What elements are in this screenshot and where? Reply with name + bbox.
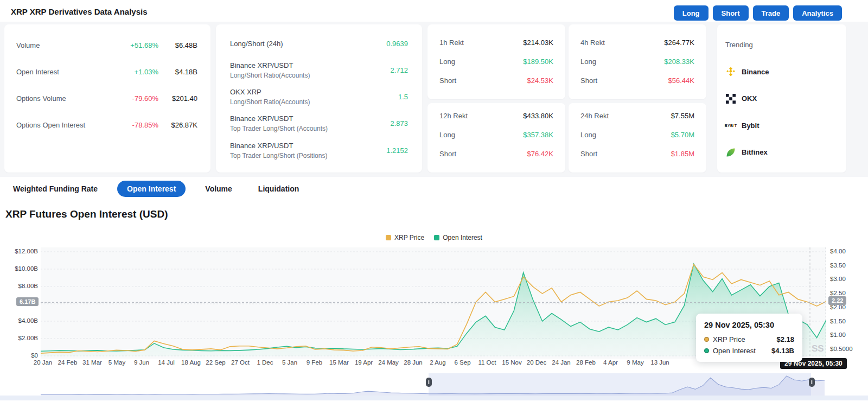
right-axis-current-badge: 2.22 — [828, 296, 846, 305]
exchange-name: Bitfinex — [742, 148, 768, 156]
ratio-row: OKX XRPLong/Short Ratio(Accounts)1.5 — [230, 88, 408, 106]
rekt-value: $1.85M — [671, 150, 694, 158]
rekt-value: $24.53K — [527, 76, 553, 85]
rekt-value: $357.38K — [523, 131, 553, 139]
stat-label: Options Volume — [16, 94, 115, 103]
stat-change: +51.68% — [115, 41, 158, 49]
tooltip-series-label: XRP Price — [713, 335, 745, 343]
trending-item-bitfinex[interactable]: Bitfinex — [725, 146, 768, 159]
exchange-name: OKX — [742, 94, 757, 103]
stat-row: Volume+51.68%$6.48B — [16, 40, 197, 50]
stat-label: Open Interest — [16, 68, 115, 76]
rekt-card-12h: 12h Rekt$433.80KLong$357.38KShort$76.42K — [427, 103, 565, 173]
tab-weighted-funding-rate[interactable]: Weighted Funding Rate — [7, 181, 104, 197]
rekt-value: $214.03K — [523, 39, 553, 47]
legend-swatch — [386, 235, 391, 240]
bitfinex-icon — [725, 147, 736, 158]
right-axis-tick: $0.5000 — [830, 346, 853, 352]
rekt-value: $433.80K — [523, 112, 553, 120]
legend-label: Open Interest — [443, 234, 482, 241]
ratio-sublabel: Top Trader Long/Short (Accounts) — [230, 125, 390, 132]
right-axis-tick: $1.50 — [830, 318, 846, 324]
ratio-sublabel: Top Trader Long/Short (Positions) — [230, 152, 386, 160]
rekt-card-1h: 1h Rekt$214.03KLong$189.50KShort$24.53K — [427, 24, 565, 99]
stat-value: $6.48B — [158, 41, 197, 49]
left-axis-tick: $4.00B — [9, 317, 38, 324]
rekt-short-row: Short$76.42K — [439, 149, 553, 158]
navigator-right-handle-icon[interactable] — [809, 378, 815, 387]
ratio-sublabel: Long/Short Ratio(Accounts) — [230, 98, 398, 106]
okx-icon — [725, 93, 736, 104]
navigator-left-handle-icon[interactable] — [426, 378, 432, 387]
right-axis-tick: $4.00 — [830, 248, 846, 254]
binance-icon — [725, 66, 736, 77]
ratio-labels: Binance XRP/USDTTop Trader Long/Short (P… — [230, 142, 386, 160]
trending-item-bybit[interactable]: BYBITBybit — [725, 119, 760, 132]
legend-label: XRP Price — [394, 234, 424, 241]
rekt-label: 12h Rekt — [439, 112, 468, 120]
stat-value: $201.40 — [158, 94, 197, 103]
tooltip-series-label: Open Interest — [713, 347, 756, 355]
ratio-row: Long/Short (24h)0.9639 — [230, 40, 408, 48]
rekt-short-row: Short$56.44K — [580, 75, 694, 85]
legend-item-open-interest[interactable]: Open Interest — [434, 234, 482, 241]
bybit-icon: BYBIT — [725, 120, 736, 131]
tooltip-row: Open Interest$4.13B — [704, 347, 794, 355]
left-axis-tick: $10.00B — [9, 265, 38, 272]
ratio-sublabel: Long/Short Ratio(Accounts) — [230, 72, 390, 79]
header-button-analytics[interactable]: Analytics — [793, 5, 842, 21]
stat-value: $4.18B — [158, 68, 197, 76]
tab-volume[interactable]: Volume — [199, 181, 239, 197]
right-axis-tick: $3.00 — [830, 276, 846, 282]
ratio-label: OKX XRP — [230, 88, 398, 96]
rekt-card-4h: 4h Rekt$264.77KLong$208.33KShort$56.44K — [569, 24, 706, 99]
series-dot — [704, 337, 709, 342]
header-button-long[interactable]: Long — [674, 5, 709, 21]
exchange-name: Bybit — [742, 122, 760, 130]
tab-open-interest[interactable]: Open Interest — [117, 181, 186, 197]
rekt-long-row: Long$357.38K — [439, 130, 553, 139]
chart-range-navigator[interactable] — [41, 373, 825, 396]
legend-item-xrp-price[interactable]: XRP Price — [386, 234, 424, 241]
tooltip-series-value: $2.18 — [776, 335, 794, 343]
rekt-value: $189.50K — [523, 58, 553, 66]
ratio-labels: Long/Short (24h) — [230, 40, 386, 48]
ratio-labels: OKX XRPLong/Short Ratio(Accounts) — [230, 88, 398, 106]
rekt-value: $56.44K — [668, 76, 694, 85]
navigator-track[interactable] — [0, 396, 868, 400]
trending-item-okx[interactable]: OKX — [725, 92, 757, 105]
left-axis-tick: $8.00B — [9, 283, 38, 289]
rekt-card-24h: 24h Rekt$7.55MLong$5.70MShort$1.85M — [569, 103, 706, 173]
ratio-row: Binance XRP/USDTLong/Short Ratio(Account… — [230, 61, 408, 79]
stat-value: $26.87K — [158, 121, 197, 129]
ratio-label: Binance XRP/USDT — [230, 114, 390, 123]
ratio-label: Long/Short (24h) — [230, 40, 386, 48]
ratio-value: 1.5 — [398, 93, 408, 101]
tooltip-row: XRP Price$2.18 — [704, 335, 794, 343]
rekt-value: $264.77K — [664, 39, 694, 47]
rekt-long-row: Long$208.33K — [580, 56, 694, 66]
exchange-name: Binance — [742, 68, 769, 76]
ratio-row: Binance XRP/USDTTop Trader Long/Short (P… — [230, 142, 408, 160]
page-title: XRP XRP Derivatives Data Analysis — [11, 7, 148, 16]
trending-item-binance[interactable]: Binance — [725, 65, 769, 78]
market-stats-card: Volume+51.68%$6.48BOpen Interest+1.03%$4… — [4, 24, 210, 173]
chart-tooltip: 29 Nov 2025, 05:30 XRP Price$2.18Open In… — [696, 314, 802, 362]
rekt-label: Long — [439, 131, 455, 139]
tab-liquidation[interactable]: Liquidation — [252, 181, 305, 197]
ratio-label: Binance XRP/USDT — [230, 61, 390, 69]
rekt-long-row: Long$5.70M — [580, 130, 694, 139]
chart-legend: XRP PriceOpen Interest — [0, 234, 868, 241]
header-button-trade[interactable]: Trade — [753, 5, 789, 21]
rekt-total-row: 24h Rekt$7.55M — [580, 111, 694, 120]
ratio-row: Binance XRP/USDTTop Trader Long/Short (A… — [230, 114, 408, 132]
stat-row: Open Interest+1.03%$4.18B — [16, 66, 197, 77]
stat-change: +1.03% — [115, 68, 158, 76]
ratio-labels: Binance XRP/USDTLong/Short Ratio(Account… — [230, 61, 390, 79]
header-button-short[interactable]: Short — [713, 5, 749, 21]
rekt-label: 4h Rekt — [580, 39, 605, 47]
stat-label: Volume — [16, 41, 115, 49]
navigator-canvas[interactable] — [41, 373, 825, 396]
left-axis-tick: $12.00B — [9, 248, 38, 254]
rekt-value: $7.55M — [671, 112, 694, 120]
